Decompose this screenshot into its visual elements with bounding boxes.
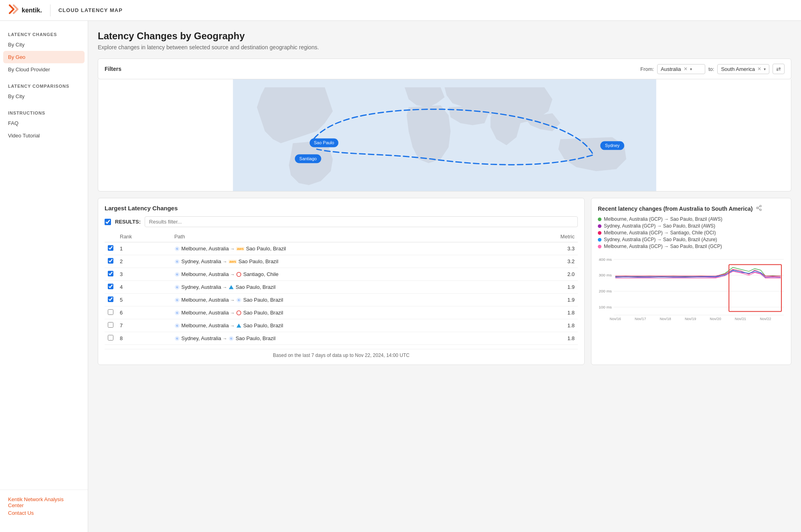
latency-panel-title: Largest Latency Changes <box>105 205 578 212</box>
swap-button[interactable]: ⇄ <box>773 64 785 74</box>
to-value: South America <box>721 66 755 72</box>
table-row: 5 G Melbourne, Australia → G Sao Paulo, … <box>105 294 578 306</box>
row-checkbox[interactable] <box>108 335 113 341</box>
svg-text:G: G <box>176 261 178 263</box>
row-metric: 1.8 <box>517 319 578 332</box>
row-checkbox-cell[interactable] <box>105 306 117 319</box>
row-checkbox-cell[interactable] <box>105 332 117 345</box>
results-filter-input[interactable] <box>145 216 578 227</box>
legend-label: Melbourne, Australia (GCP) → Santiago, C… <box>604 230 716 236</box>
results-checkbox[interactable] <box>105 219 111 225</box>
row-checkbox[interactable] <box>108 284 113 289</box>
legend-label: Melbourne, Australia (GCP) → Sao Paulo, … <box>604 216 722 222</box>
row-metric: 1.9 <box>517 281 578 294</box>
from-select[interactable]: Australia ✕ ▾ <box>657 64 705 74</box>
sidebar-item-video[interactable]: Video Tutorial <box>0 129 88 142</box>
row-checkbox-cell[interactable] <box>105 255 117 268</box>
sidebar-footer: Kentik Network Analysis Center Contact U… <box>0 490 88 524</box>
svg-text:Nov/21: Nov/21 <box>735 317 746 321</box>
svg-line-36 <box>758 206 760 208</box>
sidebar-item-by-geo[interactable]: By Geo <box>3 51 85 63</box>
chart-title: Recent latency changes (from Australia t… <box>598 205 785 212</box>
to-label: to: <box>708 66 714 72</box>
svg-point-34 <box>760 209 761 211</box>
table-row: 3 G Melbourne, Australia → Santiago, Chi… <box>105 268 578 281</box>
row-rank: 2 <box>117 255 171 268</box>
row-checkbox-cell[interactable] <box>105 294 117 306</box>
col-path: Path <box>171 231 517 242</box>
svg-text:100 ms: 100 ms <box>599 305 612 309</box>
svg-text:G: G <box>176 338 178 340</box>
to-select[interactable]: South America ✕ ▾ <box>717 64 769 74</box>
table-footer: Based on the last 7 days of data up to N… <box>105 349 578 358</box>
logo-area: kentik. <box>8 4 50 16</box>
share-icon[interactable] <box>756 205 762 212</box>
row-checkbox[interactable] <box>108 322 113 328</box>
filters-label: Filters <box>105 66 640 72</box>
legend-label: Melbourne, Australia (GCP) → Sao Paulo, … <box>604 244 722 249</box>
row-checkbox[interactable] <box>108 296 113 302</box>
row-rank: 6 <box>117 306 171 319</box>
contact-us-link[interactable]: Contact Us <box>8 510 80 516</box>
svg-point-24 <box>237 311 241 315</box>
chart-svg-container: 400 ms 300 ms 200 ms 100 ms Nov/16 Nov/1… <box>598 253 785 326</box>
svg-text:Nov/22: Nov/22 <box>760 317 771 321</box>
kentik-name: kentik. <box>22 7 42 14</box>
bottom-panels: Largest Latency Changes RESULTS: Rank Pa… <box>98 198 791 365</box>
svg-text:G: G <box>176 325 178 327</box>
svg-text:G: G <box>176 248 178 250</box>
table-row: 6 G Melbourne, Australia → Sao Paulo, Br… <box>105 306 578 319</box>
sidebar-section-instructions: INSTRUCTIONS FAQ Video Tutorial <box>0 107 88 142</box>
row-metric: 3.3 <box>517 242 578 255</box>
results-row: RESULTS: <box>105 216 578 227</box>
row-checkbox-cell[interactable] <box>105 281 117 294</box>
sidebar-item-by-cloud[interactable]: By Cloud Provider <box>0 63 88 76</box>
sidebar-section-label-instructions: INSTRUCTIONS <box>0 107 88 117</box>
kentik-logo[interactable]: kentik. <box>8 4 42 16</box>
table-row: 4 G Sydney, Australia → Sao Paulo, Brazi… <box>105 281 578 294</box>
legend-item: Sydney, Australia (GCP) → Sao Paulo, Bra… <box>598 237 785 242</box>
row-metric: 1.8 <box>517 332 578 345</box>
kentik-icon <box>8 4 19 16</box>
to-clear-btn[interactable]: ✕ <box>757 66 761 72</box>
from-chevron-icon: ▾ <box>690 67 692 71</box>
row-path: G Sydney, Australia → G Sao Paulo, Brazi… <box>171 332 517 345</box>
from-clear-btn[interactable]: ✕ <box>684 66 688 72</box>
to-chevron-icon: ▾ <box>764 67 766 71</box>
row-checkbox[interactable] <box>108 271 113 276</box>
row-checkbox-cell[interactable] <box>105 268 117 281</box>
svg-text:400 ms: 400 ms <box>599 257 612 262</box>
svg-point-33 <box>757 207 758 209</box>
svg-text:Nov/17: Nov/17 <box>635 317 646 321</box>
network-analysis-link[interactable]: Kentik Network Analysis Center <box>8 496 80 508</box>
svg-text:Sao Paulo: Sao Paulo <box>314 140 334 145</box>
latency-changes-panel: Largest Latency Changes RESULTS: Rank Pa… <box>98 198 585 365</box>
svg-point-32 <box>760 205 761 207</box>
row-path: G Sydney, Australia → aws Sao Paulo, Bra… <box>171 255 517 268</box>
main-content: Latency Changes by Geography Explore cha… <box>88 21 801 532</box>
table-row: 2 G Sydney, Australia → aws Sao Paulo, B… <box>105 255 578 268</box>
row-checkbox[interactable] <box>108 245 113 251</box>
sidebar-item-faq[interactable]: FAQ <box>0 117 88 129</box>
row-metric: 1.8 <box>517 306 578 319</box>
svg-text:G: G <box>176 312 178 314</box>
svg-point-14 <box>237 272 241 277</box>
sidebar-item-by-city-1[interactable]: By City <box>0 38 88 51</box>
row-checkbox[interactable] <box>108 258 113 264</box>
results-table: Rank Path Metric 1 G Melbourne, Australi… <box>105 231 578 345</box>
row-checkbox-cell[interactable] <box>105 319 117 332</box>
sidebar-item-by-city-2[interactable]: By City <box>0 90 88 103</box>
legend-item: Melbourne, Australia (GCP) → Sao Paulo, … <box>598 244 785 249</box>
sidebar-section-label-comparisons: LATENCY COMPARISONS <box>0 81 88 90</box>
latency-chart-svg: 400 ms 300 ms 200 ms 100 ms Nov/16 Nov/1… <box>598 253 785 325</box>
table-row: 8 G Sydney, Australia → G Sao Paulo, Bra… <box>105 332 578 345</box>
row-checkbox[interactable] <box>108 309 113 315</box>
row-checkbox-cell[interactable] <box>105 242 117 255</box>
legend-dot <box>598 224 601 228</box>
svg-text:Nov/16: Nov/16 <box>610 317 621 321</box>
row-rank: 5 <box>117 294 171 306</box>
row-path: G Melbourne, Australia → aws Sao Paulo, … <box>171 242 517 255</box>
app-title: CLOUD LATENCY MAP <box>59 7 123 13</box>
row-path: G Melbourne, Australia → Sao Paulo, Braz… <box>171 319 517 332</box>
col-metric: Metric <box>517 231 578 242</box>
